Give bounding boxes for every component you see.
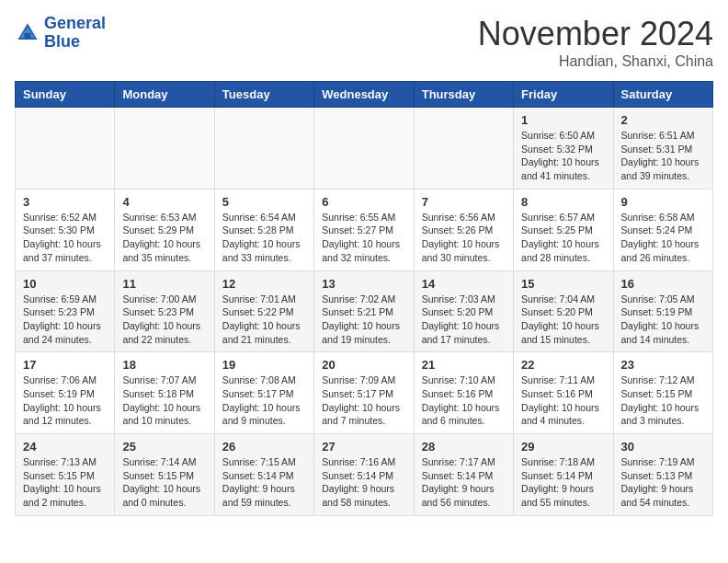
day-number: 17 (23, 358, 107, 372)
day-info: Sunrise: 6:57 AM Sunset: 5:25 PM Dayligh… (521, 211, 605, 265)
calendar-cell: 4Sunrise: 6:53 AM Sunset: 5:29 PM Daylig… (115, 189, 214, 270)
day-number: 13 (322, 277, 405, 291)
day-info: Sunrise: 7:04 AM Sunset: 5:20 PM Dayligh… (521, 293, 605, 347)
day-info: Sunrise: 7:08 AM Sunset: 5:17 PM Dayligh… (222, 373, 306, 428)
day-number: 20 (322, 358, 405, 372)
day-number: 4 (122, 195, 206, 209)
day-number: 23 (621, 358, 705, 372)
calendar-cell: 24Sunrise: 7:13 AM Sunset: 5:15 PM Dayli… (16, 434, 115, 516)
day-info: Sunrise: 7:15 AM Sunset: 5:14 PM Dayligh… (222, 455, 306, 510)
day-info: Sunrise: 7:05 AM Sunset: 5:19 PM Dayligh… (621, 293, 705, 347)
day-info: Sunrise: 6:58 AM Sunset: 5:24 PM Dayligh… (621, 211, 705, 265)
month-title: November 2024 (478, 15, 713, 53)
calendar-week-row: 1Sunrise: 6:50 AM Sunset: 5:32 PM Daylig… (16, 108, 713, 190)
day-number: 16 (621, 277, 705, 291)
calendar-cell: 20Sunrise: 7:09 AM Sunset: 5:17 PM Dayli… (314, 352, 414, 434)
calendar-cell: 17Sunrise: 7:06 AM Sunset: 5:19 PM Dayli… (16, 352, 115, 434)
day-info: Sunrise: 7:01 AM Sunset: 5:22 PM Dayligh… (222, 293, 306, 347)
calendar-cell: 8Sunrise: 6:57 AM Sunset: 5:25 PM Daylig… (514, 189, 613, 270)
day-number: 9 (621, 195, 705, 209)
day-number: 15 (521, 277, 605, 291)
calendar-week-row: 17Sunrise: 7:06 AM Sunset: 5:19 PM Dayli… (16, 352, 713, 434)
calendar-cell: 7Sunrise: 6:56 AM Sunset: 5:26 PM Daylig… (414, 189, 513, 270)
page-header: General Blue November 2024 Handian, Shan… (15, 15, 713, 70)
day-number: 22 (521, 358, 605, 372)
calendar-cell: 27Sunrise: 7:16 AM Sunset: 5:14 PM Dayli… (314, 434, 414, 516)
day-number: 21 (422, 358, 506, 372)
day-number: 29 (521, 440, 605, 454)
calendar-cell (115, 108, 214, 190)
weekday-header: Thursday (414, 82, 513, 108)
calendar-cell (214, 108, 313, 190)
calendar-cell: 30Sunrise: 7:19 AM Sunset: 5:13 PM Dayli… (613, 434, 712, 516)
day-number: 25 (122, 440, 206, 454)
calendar-cell: 9Sunrise: 6:58 AM Sunset: 5:24 PM Daylig… (613, 189, 712, 270)
calendar-cell: 16Sunrise: 7:05 AM Sunset: 5:19 PM Dayli… (613, 270, 712, 352)
calendar-cell: 13Sunrise: 7:02 AM Sunset: 5:21 PM Dayli… (314, 270, 414, 352)
day-number: 30 (621, 440, 705, 454)
day-info: Sunrise: 6:52 AM Sunset: 5:30 PM Dayligh… (23, 211, 107, 265)
day-info: Sunrise: 6:50 AM Sunset: 5:32 PM Dayligh… (521, 129, 605, 183)
day-number: 2 (621, 113, 705, 127)
calendar-cell: 14Sunrise: 7:03 AM Sunset: 5:20 PM Dayli… (414, 270, 513, 352)
calendar-cell: 10Sunrise: 6:59 AM Sunset: 5:23 PM Dayli… (16, 270, 115, 352)
day-info: Sunrise: 7:07 AM Sunset: 5:18 PM Dayligh… (122, 373, 206, 428)
header-row: SundayMondayTuesdayWednesdayThursdayFrid… (16, 82, 713, 108)
day-number: 7 (422, 195, 506, 209)
calendar-cell: 15Sunrise: 7:04 AM Sunset: 5:20 PM Dayli… (514, 270, 613, 352)
day-info: Sunrise: 6:59 AM Sunset: 5:23 PM Dayligh… (23, 293, 107, 347)
calendar-cell: 6Sunrise: 6:55 AM Sunset: 5:27 PM Daylig… (314, 189, 414, 270)
weekday-header: Sunday (16, 82, 115, 108)
day-info: Sunrise: 7:16 AM Sunset: 5:14 PM Dayligh… (322, 455, 405, 510)
calendar-cell: 19Sunrise: 7:08 AM Sunset: 5:17 PM Dayli… (214, 352, 313, 434)
day-info: Sunrise: 7:00 AM Sunset: 5:23 PM Dayligh… (122, 293, 206, 347)
weekday-header: Friday (514, 82, 613, 108)
logo: General Blue (15, 15, 106, 52)
day-info: Sunrise: 6:54 AM Sunset: 5:28 PM Dayligh… (222, 211, 306, 265)
day-info: Sunrise: 7:13 AM Sunset: 5:15 PM Dayligh… (23, 455, 107, 510)
day-info: Sunrise: 7:06 AM Sunset: 5:19 PM Dayligh… (23, 373, 107, 428)
day-number: 8 (521, 195, 605, 209)
day-number: 3 (23, 195, 107, 209)
day-info: Sunrise: 7:03 AM Sunset: 5:20 PM Dayligh… (422, 293, 506, 347)
day-info: Sunrise: 6:53 AM Sunset: 5:29 PM Dayligh… (122, 211, 206, 265)
weekday-header: Tuesday (214, 82, 313, 108)
calendar-cell: 11Sunrise: 7:00 AM Sunset: 5:23 PM Dayli… (115, 270, 214, 352)
day-number: 14 (422, 277, 506, 291)
day-number: 27 (322, 440, 405, 454)
day-info: Sunrise: 7:12 AM Sunset: 5:15 PM Dayligh… (621, 373, 705, 428)
calendar-cell: 18Sunrise: 7:07 AM Sunset: 5:18 PM Dayli… (115, 352, 214, 434)
day-number: 26 (222, 440, 306, 454)
calendar-cell: 12Sunrise: 7:01 AM Sunset: 5:22 PM Dayli… (214, 270, 313, 352)
day-number: 10 (23, 277, 107, 291)
day-info: Sunrise: 7:11 AM Sunset: 5:16 PM Dayligh… (521, 373, 605, 428)
day-info: Sunrise: 6:55 AM Sunset: 5:27 PM Dayligh… (322, 211, 405, 265)
calendar-cell (314, 108, 414, 190)
weekday-header: Monday (115, 82, 214, 108)
day-info: Sunrise: 7:10 AM Sunset: 5:16 PM Dayligh… (422, 373, 506, 428)
calendar-cell: 1Sunrise: 6:50 AM Sunset: 5:32 PM Daylig… (514, 108, 613, 190)
day-number: 28 (422, 440, 506, 454)
day-number: 5 (222, 195, 306, 209)
calendar-cell: 23Sunrise: 7:12 AM Sunset: 5:15 PM Dayli… (613, 352, 712, 434)
calendar-week-row: 3Sunrise: 6:52 AM Sunset: 5:30 PM Daylig… (16, 189, 713, 270)
calendar-cell (16, 108, 115, 190)
day-number: 24 (23, 440, 107, 454)
day-number: 19 (222, 358, 306, 372)
calendar-week-row: 24Sunrise: 7:13 AM Sunset: 5:15 PM Dayli… (16, 434, 713, 516)
day-number: 18 (122, 358, 206, 372)
calendar-cell: 28Sunrise: 7:17 AM Sunset: 5:14 PM Dayli… (414, 434, 513, 516)
logo-text: General Blue (44, 15, 106, 52)
title-block: November 2024 Handian, Shanxi, China (478, 15, 713, 70)
calendar-cell: 26Sunrise: 7:15 AM Sunset: 5:14 PM Dayli… (214, 434, 313, 516)
calendar-cell: 22Sunrise: 7:11 AM Sunset: 5:16 PM Dayli… (514, 352, 613, 434)
day-info: Sunrise: 7:09 AM Sunset: 5:17 PM Dayligh… (322, 373, 405, 428)
calendar-cell: 29Sunrise: 7:18 AM Sunset: 5:14 PM Dayli… (514, 434, 613, 516)
day-info: Sunrise: 7:18 AM Sunset: 5:14 PM Dayligh… (521, 455, 605, 510)
weekday-header: Saturday (613, 82, 712, 108)
svg-rect-2 (25, 33, 31, 40)
calendar-table: SundayMondayTuesdayWednesdayThursdayFrid… (15, 81, 713, 516)
calendar-week-row: 10Sunrise: 6:59 AM Sunset: 5:23 PM Dayli… (16, 270, 713, 352)
day-info: Sunrise: 6:51 AM Sunset: 5:31 PM Dayligh… (621, 129, 705, 183)
calendar-cell: 2Sunrise: 6:51 AM Sunset: 5:31 PM Daylig… (613, 108, 712, 190)
